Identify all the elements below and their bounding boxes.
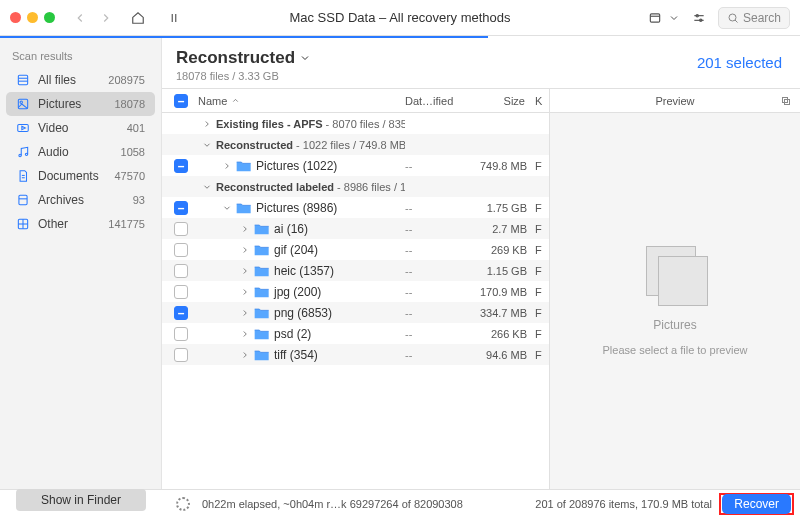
sidebar-item-audio[interactable]: Audio1058	[6, 140, 155, 164]
group-row[interactable]: Reconstructed - 1022 files / 749.8 MB	[162, 134, 549, 155]
folder-row[interactable]: ai (16)--2.7 MBF	[162, 218, 549, 239]
folder-icon	[254, 286, 270, 298]
chevron-down-icon[interactable]	[202, 140, 212, 150]
svg-rect-21	[19, 195, 27, 204]
group-row[interactable]: Existing files - APFS - 8070 files / 835…	[162, 113, 549, 134]
svg-marker-16	[22, 126, 25, 130]
recover-button[interactable]: Recover	[722, 494, 791, 514]
sidebar-item-count: 208975	[108, 74, 145, 86]
chevron-right-icon[interactable]	[240, 224, 250, 234]
folder-row[interactable]: png (6853)--334.7 MBF	[162, 302, 549, 323]
show-in-finder-button[interactable]: Show in Finder	[16, 489, 146, 511]
chevron-right-icon[interactable]	[222, 161, 232, 171]
row-checkbox[interactable]	[174, 159, 188, 173]
sidebar-item-all-files[interactable]: All files208975	[6, 68, 155, 92]
selected-count[interactable]: 201 selected	[697, 54, 782, 71]
view-mode-chevron[interactable]	[668, 6, 680, 30]
chevron-right-icon[interactable]	[240, 266, 250, 276]
sidebar-item-documents[interactable]: Documents47570	[6, 164, 155, 188]
group-row[interactable]: Reconstructed labeled - 8986 files / 1.7…	[162, 176, 549, 197]
status-progress: 0h22m elapsed, ~0h04m r…k 69297264 of 82…	[202, 498, 463, 510]
svg-point-14	[20, 101, 22, 103]
folder-row[interactable]: jpg (200)--170.9 MBF	[162, 281, 549, 302]
folder-row[interactable]: Pictures (8986)--1.75 GBF	[162, 197, 549, 218]
row-checkbox[interactable]	[174, 243, 188, 257]
sidebar: Scan results All files208975Pictures1807…	[0, 38, 162, 489]
svg-rect-15	[18, 125, 29, 132]
sidebar-item-label: Archives	[38, 193, 133, 207]
search-input[interactable]: Search	[718, 7, 790, 29]
svg-point-17	[19, 154, 21, 156]
folder-row[interactable]: Pictures (1022)--749.8 MBF	[162, 155, 549, 176]
minimize-window-button[interactable]	[27, 12, 38, 23]
column-kind[interactable]: K	[535, 95, 549, 107]
chevron-right-icon[interactable]	[240, 245, 250, 255]
chevron-right-icon[interactable]	[202, 119, 212, 129]
sidebar-icon	[16, 145, 30, 159]
content-heading[interactable]: Reconstructed	[176, 48, 311, 68]
sidebar-item-count: 18078	[114, 98, 145, 110]
status-summary: 201 of 208976 items, 170.9 MB total	[535, 498, 712, 510]
svg-point-8	[729, 14, 736, 21]
sidebar-icon	[16, 217, 30, 231]
row-checkbox[interactable]	[174, 306, 188, 320]
sidebar-item-count: 47570	[114, 170, 145, 182]
row-checkbox[interactable]	[174, 222, 188, 236]
sidebar-item-pictures[interactable]: Pictures18078	[6, 92, 155, 116]
row-checkbox[interactable]	[174, 285, 188, 299]
pause-scan-button[interactable]	[163, 6, 185, 30]
chevron-right-icon[interactable]	[240, 350, 250, 360]
column-headers: Name Dat…ified Size K	[162, 89, 549, 113]
chevron-down-icon[interactable]	[222, 203, 232, 213]
sidebar-item-other[interactable]: Other141775	[6, 212, 155, 236]
svg-rect-2	[650, 13, 659, 21]
chevron-right-icon[interactable]	[240, 308, 250, 318]
maximize-window-button[interactable]	[44, 12, 55, 23]
folder-row[interactable]: gif (204)--269 KBF	[162, 239, 549, 260]
close-window-button[interactable]	[10, 12, 21, 23]
nav-back-button[interactable]	[69, 6, 91, 30]
sidebar-item-label: Documents	[38, 169, 114, 183]
row-checkbox[interactable]	[174, 348, 188, 362]
preview-header-label: Preview	[655, 95, 694, 107]
select-all-checkbox[interactable]	[174, 94, 188, 108]
sidebar-icon	[16, 169, 30, 183]
chevron-right-icon[interactable]	[240, 287, 250, 297]
chevron-right-icon[interactable]	[240, 329, 250, 339]
sidebar-item-label: Video	[38, 121, 127, 135]
sidebar-item-video[interactable]: Video401	[6, 116, 155, 140]
window-controls	[10, 12, 55, 23]
folder-row[interactable]: heic (1357)--1.15 GBF	[162, 260, 549, 281]
column-size[interactable]: Size	[465, 95, 535, 107]
file-rows: Existing files - APFS - 8070 files / 835…	[162, 113, 549, 489]
column-name[interactable]: Name	[192, 95, 405, 107]
view-mode-button[interactable]	[644, 6, 666, 30]
folder-icon	[254, 223, 270, 235]
folder-icon	[254, 265, 270, 277]
preview-popout-icon[interactable]	[780, 95, 792, 107]
file-list-panel: Name Dat…ified Size K Existing files - A…	[162, 89, 550, 489]
sidebar-item-count: 141775	[108, 218, 145, 230]
home-button[interactable]	[127, 6, 149, 30]
search-placeholder: Search	[743, 11, 781, 25]
row-checkbox[interactable]	[174, 201, 188, 215]
sidebar-icon	[16, 121, 30, 135]
preview-name: Pictures	[653, 318, 696, 332]
row-checkbox[interactable]	[174, 327, 188, 341]
nav-forward-button[interactable]	[95, 6, 117, 30]
folder-icon	[254, 349, 270, 361]
folder-icon	[254, 328, 270, 340]
sidebar-item-archives[interactable]: Archives93	[6, 188, 155, 212]
folder-icon	[254, 307, 270, 319]
column-date[interactable]: Dat…ified	[405, 95, 465, 107]
folder-row[interactable]: tiff (354)--94.6 MBF	[162, 344, 549, 365]
content-panel: Reconstructed 18078 files / 3.33 GB 201 …	[162, 38, 800, 489]
sidebar-item-label: Pictures	[38, 97, 114, 111]
sidebar-item-label: Other	[38, 217, 108, 231]
chevron-down-icon[interactable]	[202, 182, 212, 192]
filter-settings-button[interactable]	[688, 6, 710, 30]
row-checkbox[interactable]	[174, 264, 188, 278]
folder-row[interactable]: psd (2)--266 KBF	[162, 323, 549, 344]
sidebar-icon	[16, 73, 30, 87]
preview-panel: Preview Pictures Please select a file to…	[550, 89, 800, 489]
